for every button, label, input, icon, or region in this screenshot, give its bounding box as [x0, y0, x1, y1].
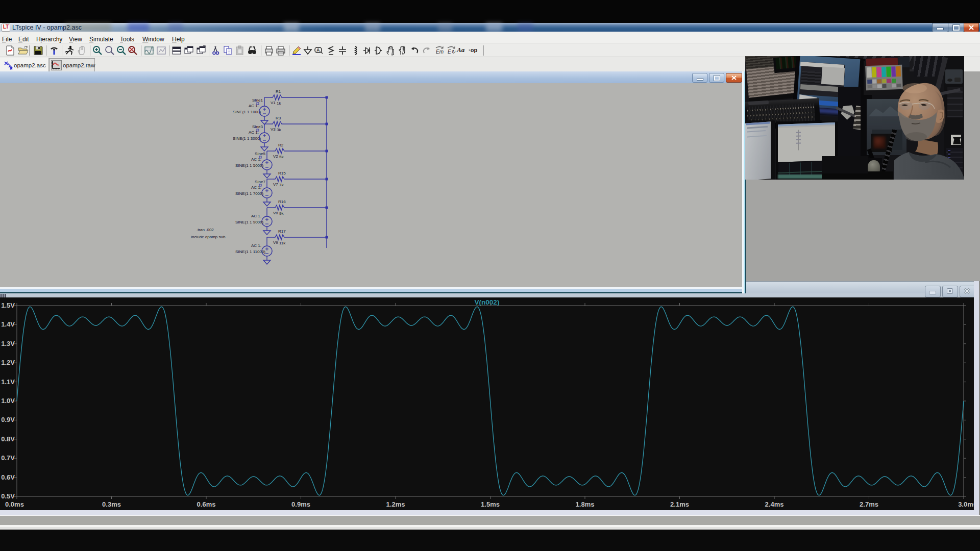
svg-text:SIne7: SIne7 — [255, 180, 265, 184]
svg-text:5k: 5k — [279, 155, 284, 159]
svg-text:SIne5: SIne5 — [255, 152, 265, 156]
svg-text:.include opamp.sub: .include opamp.sub — [190, 235, 226, 239]
svg-text:SINE(1 1 9000): SINE(1 1 9000) — [235, 220, 263, 224]
svg-text:V8: V8 — [273, 211, 278, 215]
svg-text:Em: Em — [436, 49, 444, 55]
svg-text:A: A — [316, 47, 320, 53]
svg-text:SINE(1 1 1000): SINE(1 1 1000) — [233, 110, 261, 114]
svg-text:SIne1: SIne1 — [252, 98, 263, 103]
svg-text:V9: V9 — [273, 240, 278, 245]
svg-text:R2: R2 — [278, 143, 284, 147]
svg-text:V7: V7 — [273, 182, 278, 187]
svg-text:AC 1.: AC 1. — [251, 157, 261, 162]
svg-text:R16: R16 — [278, 199, 286, 204]
svg-text:AC 1.: AC 1. — [251, 243, 261, 248]
svg-text:SINE(1 1 7000): SINE(1 1 7000) — [235, 191, 263, 196]
svg-text:AC 1.: AC 1. — [251, 214, 261, 218]
svg-text:V3: V3 — [271, 127, 276, 132]
svg-text:R15: R15 — [278, 171, 286, 176]
svg-text:R17: R17 — [278, 229, 286, 234]
svg-text:9k: 9k — [279, 211, 284, 216]
svg-text:V2: V2 — [273, 154, 278, 159]
svg-text:3k: 3k — [277, 128, 281, 132]
svg-text:.tran .002: .tran .002 — [197, 228, 214, 232]
svg-text:SINE(1 1 11000): SINE(1 1 11000) — [235, 249, 265, 254]
svg-text:1k: 1k — [277, 101, 281, 106]
svg-text:V1: V1 — [271, 101, 276, 105]
svg-text:SINE(1 1 3000): SINE(1 1 3000) — [233, 136, 261, 141]
svg-text:SIne3: SIne3 — [252, 124, 263, 129]
svg-text:E↻: E↻ — [448, 49, 456, 55]
svg-text:R1: R1 — [276, 89, 281, 94]
svg-text:SINE(1 1 5000): SINE(1 1 5000) — [235, 163, 263, 168]
svg-text:7k: 7k — [279, 183, 284, 187]
svg-text:11k: 11k — [279, 241, 286, 245]
svg-text:AC 1.: AC 1. — [249, 104, 259, 108]
svg-text:R3: R3 — [276, 116, 281, 120]
svg-text:AC 1.: AC 1. — [251, 185, 261, 190]
svg-text:AC 1.: AC 1. — [249, 130, 259, 135]
